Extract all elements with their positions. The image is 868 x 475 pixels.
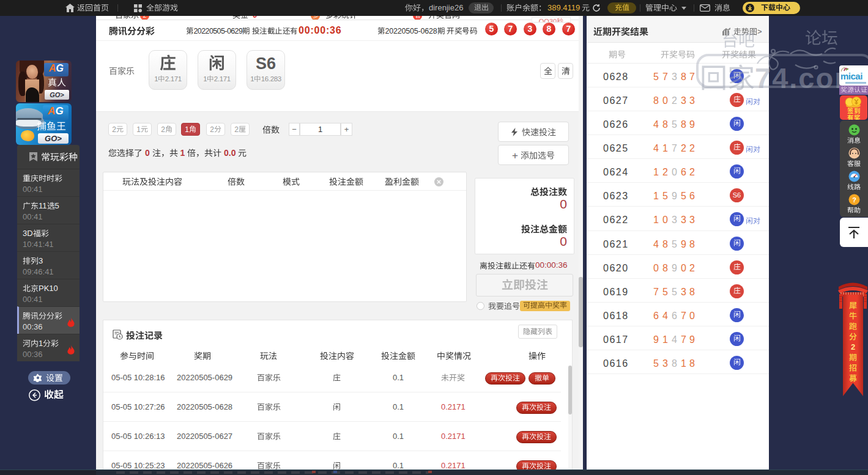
svg-text:?: ?	[852, 196, 856, 204]
